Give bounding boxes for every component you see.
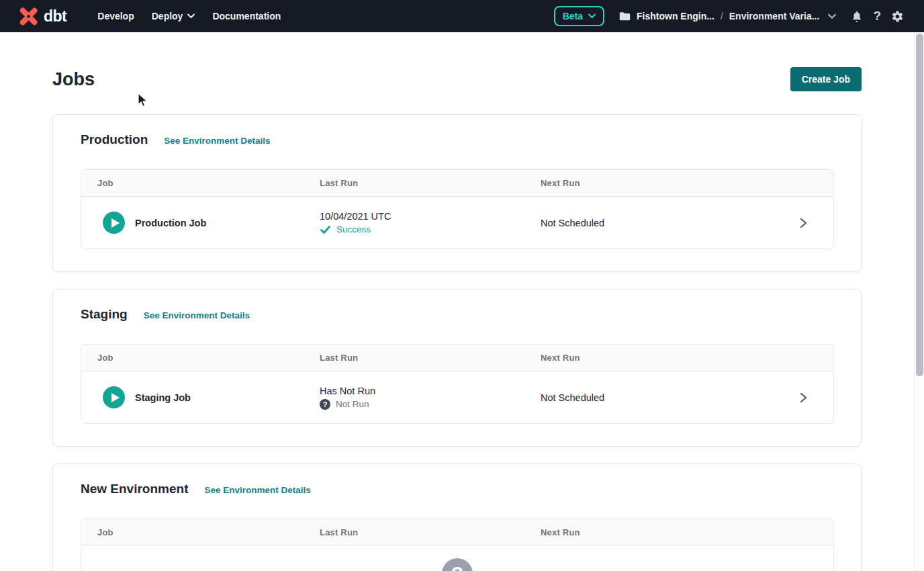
jobs-table: Job Last Run Next Run Production Job 10/… bbox=[81, 169, 834, 249]
column-header-job: Job bbox=[97, 527, 320, 537]
account-breadcrumb[interactable]: Fishtown Engin... / Environment Varia... bbox=[619, 11, 836, 21]
help-icon[interactable]: ? bbox=[873, 9, 881, 24]
play-icon bbox=[111, 393, 120, 402]
chevron-down-icon bbox=[828, 13, 836, 19]
nav-documentation[interactable]: Documentation bbox=[212, 11, 281, 21]
jobs-table-header: Job Last Run Next Run bbox=[81, 519, 833, 546]
nav-deploy[interactable]: Deploy bbox=[152, 11, 195, 21]
job-row-production[interactable]: Production Job 10/04/2021 UTC Success No… bbox=[81, 197, 833, 249]
job-status: Success bbox=[320, 224, 541, 235]
environment-name: Staging bbox=[81, 307, 128, 322]
beta-label: Beta bbox=[563, 11, 583, 21]
column-header-next-run: Next Run bbox=[541, 527, 773, 537]
job-row-staging[interactable]: Staging Job Has Not Run ? Not Run Not Sc… bbox=[81, 371, 833, 423]
success-check-icon bbox=[320, 224, 331, 235]
job-cell: Production Job bbox=[97, 212, 320, 234]
folder-icon bbox=[619, 11, 631, 21]
last-run-date: 10/04/2021 UTC bbox=[320, 211, 541, 222]
run-job-play-button[interactable] bbox=[103, 386, 125, 408]
question-circle-icon: ? bbox=[320, 399, 330, 410]
breadcrumb-account: Fishtown Engin... bbox=[637, 11, 714, 21]
nav-deploy-label: Deploy bbox=[152, 11, 183, 21]
environment-name: New Environment bbox=[81, 482, 188, 496]
page-title: Jobs bbox=[52, 69, 95, 90]
environment-card-staging: Staging See Environment Details Job Last… bbox=[52, 289, 862, 447]
environment-header: New Environment See Environment Details bbox=[81, 482, 834, 496]
column-header-job: Job bbox=[97, 353, 320, 363]
jobs-table-header: Job Last Run Next Run bbox=[81, 170, 833, 197]
chevron-right-icon bbox=[798, 217, 808, 229]
breadcrumb-separator: / bbox=[721, 11, 723, 21]
notifications-bell-icon[interactable] bbox=[851, 10, 863, 23]
chevron-down-icon bbox=[588, 13, 596, 19]
dbt-logo-icon bbox=[17, 5, 40, 28]
environment-name: Production bbox=[81, 132, 148, 147]
main-nav: Develop Deploy Documentation bbox=[97, 11, 281, 21]
environment-card-production: Production See Environment Details Job L… bbox=[52, 114, 862, 272]
empty-jobs-state: ? bbox=[81, 546, 833, 571]
column-header-last-run: Last Run bbox=[320, 178, 541, 188]
job-status: ? Not Run bbox=[320, 399, 541, 410]
column-header-last-run: Last Run bbox=[320, 353, 541, 363]
job-name: Production Job bbox=[135, 218, 206, 228]
column-header-job: Job bbox=[97, 178, 320, 188]
scrollbar-thumb[interactable] bbox=[916, 34, 923, 376]
navbar-icons: ? bbox=[851, 9, 904, 24]
brand-name: dbt bbox=[44, 7, 66, 26]
jobs-table-header: Job Last Run Next Run bbox=[81, 345, 833, 371]
see-environment-details-link[interactable]: See Environment Details bbox=[204, 485, 310, 495]
status-label: Not Run bbox=[336, 399, 369, 409]
jobs-table: Job Last Run Next Run Staging Job Has No… bbox=[81, 344, 834, 424]
main-content: Jobs Create Job Production See Environme… bbox=[0, 67, 914, 571]
page-scrollbar[interactable] bbox=[914, 32, 924, 571]
next-run-cell: Not Scheduled bbox=[541, 218, 773, 228]
chevron-down-icon bbox=[187, 13, 195, 19]
app-viewport: dbt Develop Deploy Documentation Beta bbox=[0, 0, 924, 571]
last-run-cell: 10/04/2021 UTC Success bbox=[320, 211, 541, 235]
next-run-cell: Not Scheduled bbox=[541, 392, 773, 403]
play-icon bbox=[111, 218, 120, 228]
dbt-logo[interactable]: dbt bbox=[17, 5, 66, 28]
see-environment-details-link[interactable]: See Environment Details bbox=[164, 136, 270, 146]
environment-header: Production See Environment Details bbox=[81, 132, 834, 147]
job-name: Staging Job bbox=[135, 392, 191, 403]
column-header-next-run: Next Run bbox=[541, 353, 773, 363]
breadcrumb-page: Environment Varia... bbox=[729, 11, 820, 21]
top-navbar: dbt Develop Deploy Documentation Beta bbox=[0, 0, 924, 32]
chevron-right-icon bbox=[798, 392, 808, 404]
environment-card-new-environment: New Environment See Environment Details … bbox=[52, 464, 862, 571]
page-header: Jobs Create Job bbox=[52, 67, 862, 91]
question-circle-icon: ? bbox=[442, 558, 473, 571]
see-environment-details-link[interactable]: See Environment Details bbox=[144, 310, 250, 320]
job-cell: Staging Job bbox=[97, 386, 320, 408]
last-run-date: Has Not Run bbox=[320, 386, 541, 396]
settings-gear-icon[interactable] bbox=[891, 10, 904, 23]
nav-develop[interactable]: Develop bbox=[97, 11, 134, 21]
last-run-cell: Has Not Run ? Not Run bbox=[320, 386, 541, 410]
run-job-play-button[interactable] bbox=[103, 212, 125, 234]
column-header-last-run: Last Run bbox=[320, 527, 541, 537]
navbar-right: Beta Fishtown Engin... / Environment Var… bbox=[554, 6, 904, 26]
jobs-table: Job Last Run Next Run ? bbox=[81, 519, 834, 571]
beta-dropdown-button[interactable]: Beta bbox=[554, 6, 604, 26]
environment-header: Staging See Environment Details bbox=[81, 307, 834, 322]
create-job-button[interactable]: Create Job bbox=[790, 67, 862, 91]
navbar-left: dbt Develop Deploy Documentation bbox=[17, 5, 281, 28]
column-header-next-run: Next Run bbox=[541, 178, 773, 188]
status-label: Success bbox=[336, 224, 371, 234]
